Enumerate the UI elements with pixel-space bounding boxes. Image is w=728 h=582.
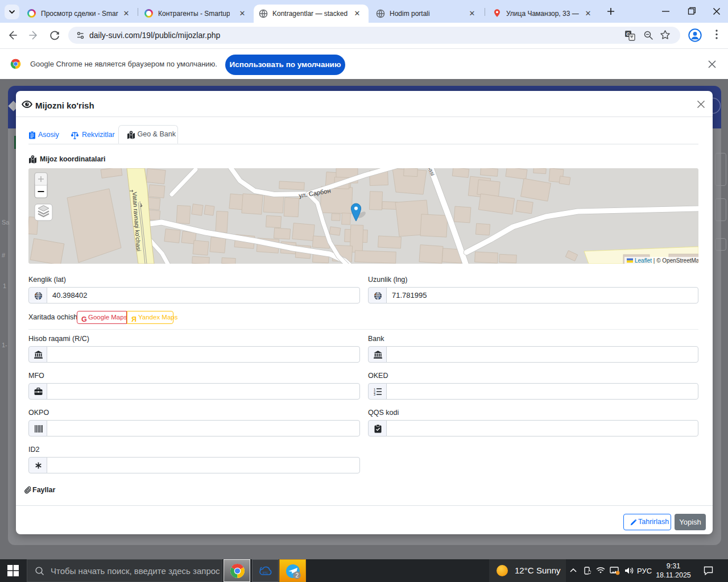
svg-text:3: 3 bbox=[374, 393, 375, 396]
svg-text:RTC: RTC bbox=[263, 572, 268, 575]
svg-text:2: 2 bbox=[296, 572, 299, 579]
svg-text:Leaflet | © OpenStreetMap: Leaflet | © OpenStreetMap bbox=[635, 257, 698, 264]
